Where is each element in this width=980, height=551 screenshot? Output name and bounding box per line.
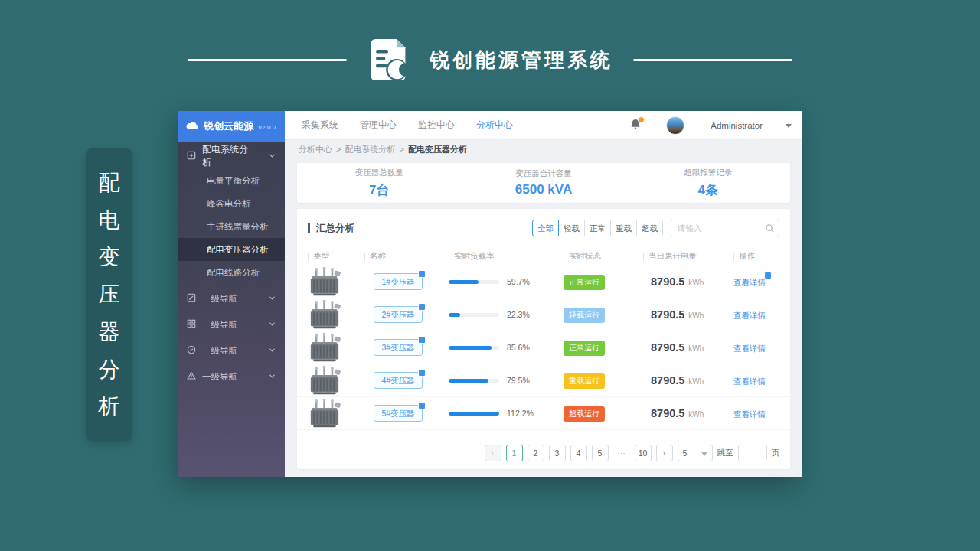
- sidebar-group-nav-3[interactable]: 一级导航: [178, 339, 285, 362]
- column-header-energy: 当日累计电量: [643, 251, 733, 262]
- username[interactable]: Administrator: [710, 121, 763, 130]
- view-details-link[interactable]: 查看详情: [733, 377, 766, 387]
- app-logo-icon: [367, 37, 410, 82]
- sidebar-group-label: 一级导航: [202, 371, 237, 383]
- filter-overload-button[interactable]: 超载: [636, 220, 663, 236]
- transformer-image: [308, 366, 364, 395]
- transformer-image: [308, 333, 364, 362]
- chevron-down-icon: [269, 320, 276, 329]
- search-icon[interactable]: [765, 223, 775, 236]
- view-details-label: 查看详情: [733, 409, 766, 419]
- main-area: 采集系统 管理中心 监控中心 分析中心 Administrator 分析中心 >…: [285, 111, 802, 477]
- energy-value: 8790.5: [651, 341, 684, 354]
- pagination-page-10[interactable]: 10: [635, 445, 652, 461]
- chevron-down-icon: [269, 294, 276, 303]
- pagination-page-2[interactable]: 2: [528, 445, 544, 461]
- sidebar-group-nav-1[interactable]: 一级导航: [178, 287, 285, 310]
- vertical-title-char: 分: [99, 359, 120, 380]
- column-header-load: 实时负载率: [449, 251, 564, 262]
- vertical-title-char: 变: [99, 246, 120, 268]
- link-badge-icon: [418, 270, 426, 278]
- topnav-item-analysis[interactable]: 分析中心: [476, 119, 513, 132]
- jump-page-input[interactable]: [738, 445, 767, 461]
- transformer-name-button[interactable]: 4#变压器: [374, 372, 423, 389]
- sidebar-group-nav-4[interactable]: 一级导航: [178, 365, 285, 388]
- brand-version: V2.0.0: [258, 124, 276, 131]
- column-header-action: 操作: [733, 251, 779, 262]
- load-cell: 59.7%: [449, 277, 564, 286]
- energy-unit: kWh: [688, 344, 704, 353]
- topnav-item-monitoring[interactable]: 监控中心: [418, 119, 455, 132]
- load-cell: 22.3%: [449, 310, 564, 319]
- load-bar-fill: [449, 346, 492, 350]
- pagination-page-3[interactable]: 3: [549, 445, 566, 461]
- page-size-value: 5: [683, 448, 688, 458]
- view-details-link[interactable]: 查看详情: [733, 278, 766, 289]
- breadcrumb-current: 配电变压器分析: [408, 144, 467, 155]
- status-badge: 正常运行: [564, 275, 605, 290]
- stat-label: 变压器总数量: [355, 168, 403, 178]
- energy-value: 8790.5: [651, 308, 684, 321]
- load-bar-fill: [449, 313, 460, 317]
- pagination-next-button[interactable]: ›: [656, 445, 673, 461]
- stat-label: 超限报警记录: [684, 168, 732, 178]
- breadcrumb-separator: >: [336, 145, 341, 154]
- jump-label: 跳至: [717, 448, 733, 458]
- chevron-down-icon: [269, 372, 276, 381]
- sidebar-item-main-line-demand[interactable]: 主进线需量分析: [178, 215, 285, 238]
- user-menu-caret-icon[interactable]: [786, 124, 792, 128]
- pagination-page-1[interactable]: 1: [506, 445, 523, 461]
- filter-normal-button[interactable]: 正常: [584, 220, 611, 236]
- load-bar-track: [449, 412, 499, 416]
- summary-panel: 汇总分析 全部 轻载 正常 重载 超载: [297, 209, 790, 469]
- link-badge-icon: [418, 336, 426, 344]
- view-details-link[interactable]: 查看详情: [733, 409, 766, 420]
- sidebar-group-nav-2[interactable]: 一级导航: [178, 313, 285, 336]
- pagination-ellipsis: ···: [613, 445, 630, 461]
- avatar[interactable]: [666, 116, 684, 135]
- transformer-name-button[interactable]: 1#变压器: [374, 273, 423, 290]
- pagination-page-5[interactable]: 5: [592, 445, 609, 461]
- pagination-prev-button[interactable]: ‹: [485, 445, 501, 461]
- filter-all-button[interactable]: 全部: [532, 220, 559, 236]
- energy-cell: 8790.5 kWh: [643, 308, 733, 321]
- banner-left-rule: [188, 59, 347, 61]
- status-badge: 重载运行: [564, 373, 605, 389]
- view-details-link[interactable]: 查看详情: [733, 311, 766, 321]
- load-cell: 112.2%: [449, 409, 564, 418]
- cloud-icon: [185, 119, 199, 133]
- page-unit-label: 页: [772, 448, 780, 458]
- search-input[interactable]: [671, 220, 779, 236]
- sidebar-item-power-balance[interactable]: 电量平衡分析: [178, 169, 285, 192]
- page-size-select[interactable]: 5: [678, 445, 713, 461]
- pagination-page-4[interactable]: 4: [570, 445, 587, 461]
- transformer-name-button[interactable]: 3#变压器: [374, 339, 423, 356]
- sidebar-item-transformer-analysis[interactable]: 配电变压器分析: [178, 238, 285, 261]
- filter-light-button[interactable]: 轻载: [558, 220, 585, 236]
- load-percentage: 22.3%: [507, 310, 530, 319]
- sidebar-brand: 锐创云能源 V2.0.0: [178, 111, 285, 142]
- view-details-link[interactable]: 查看详情: [733, 344, 766, 354]
- vertical-title: 配 电 变 压 器 分 析: [86, 148, 132, 441]
- breadcrumb-item[interactable]: 配电系统分析: [345, 144, 395, 155]
- transformer-name-button[interactable]: 2#变压器: [374, 306, 423, 323]
- stat-value: 6500 kVA: [515, 182, 572, 197]
- app-window: 锐创云能源 V2.0.0 配电系统分析 电量平衡分析 峰谷电分析 主进线需量分析…: [178, 111, 796, 477]
- topnav-item-collection[interactable]: 采集系统: [302, 119, 338, 132]
- topnav-item-management[interactable]: 管理中心: [360, 119, 397, 132]
- link-badge-icon: [418, 402, 426, 409]
- breadcrumb-item[interactable]: 分析中心: [299, 144, 332, 155]
- sidebar-item-peak-valley[interactable]: 峰谷电分析: [178, 192, 285, 215]
- energy-cell: 8790.5 kWh: [643, 407, 733, 419]
- sidebar-group-label: 一级导航: [202, 345, 237, 357]
- filter-heavy-button[interactable]: 重载: [610, 220, 637, 236]
- status-badge: 超载运行: [564, 406, 605, 422]
- notification-bell-icon[interactable]: [629, 118, 645, 133]
- sidebar-item-line-analysis[interactable]: 配电线路分析: [178, 261, 285, 284]
- grid-icon: [187, 319, 196, 330]
- table-row: 4#变压器 79.5% 重载运行 8790.5 kWh 查看详情: [297, 364, 790, 397]
- sidebar-group-label: 配电系统分析: [202, 143, 256, 169]
- sidebar-group-distribution-analysis[interactable]: 配电系统分析: [178, 143, 285, 169]
- transformer-name-button[interactable]: 5#变压器: [374, 405, 423, 422]
- energy-cell: 8790.5 kWh: [643, 276, 733, 288]
